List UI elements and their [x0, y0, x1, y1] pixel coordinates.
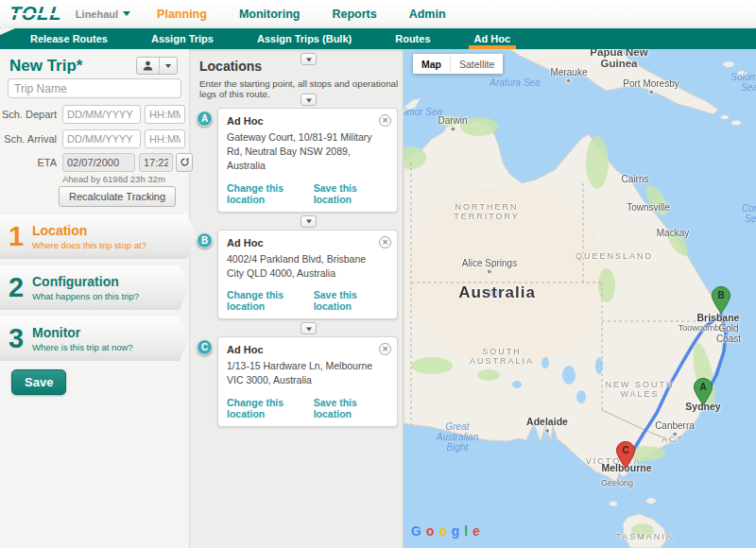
map-marker-pin[interactable]: A [694, 378, 713, 405]
top-nav-item[interactable]: Monitoring [239, 8, 301, 21]
location-card: ✕ Ad Hoc 4002/4 Parkland Blvd, Brisbane … [217, 230, 398, 319]
step-item[interactable]: 2 Configuration What happens on this tri… [0, 265, 189, 310]
toll-logo: TOLL [9, 3, 63, 25]
change-location-link[interactable]: Change this location [227, 289, 314, 312]
step-text: Configuration What happens on this trip? [32, 274, 139, 301]
trip-name-input[interactable] [8, 78, 181, 98]
sch-depart-row: Sch. Depart [0, 105, 189, 124]
map-marker-pin[interactable]: C [616, 441, 635, 469]
change-location-link[interactable]: Change this location [227, 397, 314, 420]
locations-panel: Locations Enter the starting point, all … [189, 49, 404, 548]
step-text: Monitor Where is this trip at now? [32, 325, 133, 352]
step-number: 3 [0, 323, 32, 354]
top-nav-item[interactable]: Planning [157, 8, 207, 21]
refresh-eta-button[interactable] [176, 153, 193, 172]
location-card: ✕ Ad Hoc 1/13-15 Hardware Ln, Melbourne … [217, 336, 398, 426]
stops-list: A ✕ Ad Hoc Gateway Court, 10/81-91 Milit… [190, 91, 404, 428]
step-item[interactable]: 1 Location Where does this trip stop at? [0, 214, 197, 259]
save-location-link[interactable]: Save this location [314, 397, 388, 420]
assign-dropdown-toggle[interactable] [159, 58, 177, 74]
step-title: Configuration [32, 274, 139, 289]
google-logo-letter: g [452, 523, 460, 539]
pin-letter: B [712, 290, 730, 300]
step-subtitle: What happens on this trip? [32, 291, 139, 301]
subnav-item[interactable]: Ad Hoc [461, 28, 524, 49]
eta-ahead-note: Ahead by 6198d 23h 32m [62, 174, 165, 184]
close-icon[interactable]: ✕ [379, 343, 391, 355]
top-nav: Planning Monitoring Reports Admin [157, 8, 445, 21]
step-title: Monitor [32, 325, 133, 340]
eta-row: ETA [0, 153, 189, 172]
stop-row: B ✕ Ad Hoc 4002/4 Parkland Blvd, Brisban… [190, 230, 404, 319]
card-links: Change this location Save this location [227, 397, 388, 420]
close-icon[interactable]: ✕ [379, 114, 391, 127]
field-label: ETA [0, 157, 57, 168]
caret-down-icon [306, 58, 312, 61]
map-type-map-button[interactable]: Map [413, 54, 450, 74]
depart-date-input[interactable] [62, 105, 141, 124]
arrival-time-input[interactable] [145, 129, 185, 148]
app-window: TOLL Linehaul Planning Monitoring Report… [0, 0, 756, 548]
location-address: Gateway Court, 10/81-91 Military Rd, Neu… [227, 130, 388, 174]
google-logo-letter: e [472, 523, 480, 539]
add-stop-button[interactable] [301, 94, 317, 106]
pin-letter: A [694, 382, 713, 392]
save-location-link[interactable]: Save this location [314, 182, 388, 205]
map-type-control: Map Satellite [413, 54, 503, 74]
person-icon [137, 58, 159, 74]
step-title: Location [32, 223, 146, 238]
depart-time-input[interactable] [145, 105, 185, 124]
subnav-item[interactable]: Assign Trips (Bulk) [244, 28, 365, 49]
add-stop-button[interactable] [301, 322, 317, 334]
card-links: Change this location Save this location [227, 182, 388, 205]
eta-date-value [62, 153, 135, 172]
map-basemap [404, 49, 756, 548]
top-nav-item[interactable]: Reports [332, 8, 376, 21]
step-number: 2 [0, 272, 32, 303]
top-nav-item[interactable]: Admin [409, 8, 446, 21]
google-logo-letter: G [411, 523, 421, 539]
step-subtitle: Where does this trip stop at? [32, 240, 146, 250]
stop-block: B ✕ Ad Hoc 4002/4 Parkland Blvd, Brisban… [190, 215, 404, 319]
stop-row: C ✕ Ad Hoc 1/13-15 Hardware Ln, Melbourn… [190, 336, 404, 426]
top-header: TOLL Linehaul Planning Monitoring Report… [0, 0, 756, 28]
context-dropdown[interactable]: Linehaul [76, 9, 130, 20]
context-label: Linehaul [76, 9, 118, 20]
eta-time-value [139, 153, 173, 172]
location-card: ✕ Ad Hoc Gateway Court, 10/81-91 Militar… [217, 108, 398, 213]
stop-row: A ✕ Ad Hoc Gateway Court, 10/81-91 Milit… [190, 108, 404, 213]
map-canvas[interactable]: Papua New Guinea Port Moresby Merauke Ar… [404, 49, 756, 548]
assign-driver-button[interactable] [136, 57, 178, 75]
png-landmass [509, 49, 718, 114]
save-button[interactable]: Save [11, 369, 66, 395]
map-marker-pin[interactable]: B [712, 286, 730, 314]
location-name: Ad Hoc [227, 237, 388, 248]
subnav-item[interactable]: Routes [382, 28, 443, 49]
save-location-link[interactable]: Save this location [314, 289, 388, 312]
map-type-satellite-button[interactable]: Satellite [450, 54, 503, 74]
caret-down-icon [306, 98, 312, 102]
google-logo-letter: o [426, 523, 435, 539]
card-links: Change this location Save this location [227, 289, 388, 312]
field-label: Sch. Arrival [0, 133, 57, 145]
trip-form-panel: New Trip* Sch. Depart Sch. Arrival ETA [0, 49, 189, 548]
arrival-date-input[interactable] [62, 129, 141, 148]
subnav-item[interactable]: Release Routes [17, 28, 121, 49]
stop-letter-badge: B [197, 232, 213, 248]
location-address: 4002/4 Parkland Blvd, Brisbane City QLD … [227, 252, 388, 281]
wizard-steps: 1 Location Where does this trip stop at?… [0, 214, 198, 368]
stop-block: C ✕ Ad Hoc 1/13-15 Hardware Ln, Melbourn… [190, 322, 404, 426]
step-subtitle: Where is this trip at now? [32, 342, 133, 352]
recalculate-tracking-button[interactable]: Recalculate Tracking [59, 186, 176, 207]
refresh-icon [180, 156, 190, 170]
google-logo[interactable]: G o o g l e [411, 523, 480, 539]
subnav-item[interactable]: Assign Trips [138, 28, 227, 49]
add-stop-button[interactable] [301, 53, 317, 65]
sub-nav: Release Routes Assign Trips Assign Trips… [0, 28, 756, 49]
close-icon[interactable]: ✕ [379, 236, 391, 248]
google-logo-letter: l [464, 523, 468, 539]
change-location-link[interactable]: Change this location [227, 182, 314, 205]
add-stop-button[interactable] [301, 215, 317, 228]
step-item[interactable]: 3 Monitor Where is this trip at now? [0, 317, 189, 361]
location-address: 1/13-15 Hardware Ln, Melbourne VIC 3000,… [227, 359, 388, 387]
